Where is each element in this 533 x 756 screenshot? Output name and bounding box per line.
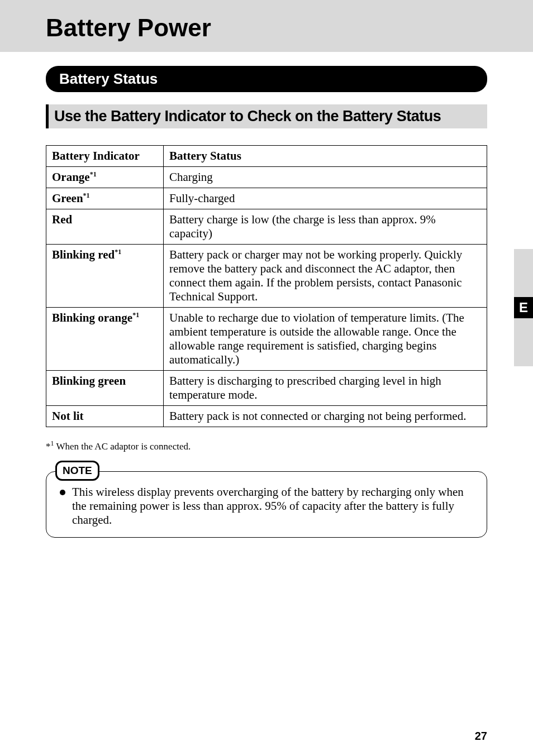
page-number: 27 — [475, 730, 487, 743]
note-text: This wireless display prevents overcharg… — [72, 485, 473, 527]
indicator-cell: Not lit — [46, 406, 164, 427]
page-title: Battery Power — [46, 14, 533, 42]
indicator-cell: Blinking red*1 — [46, 245, 164, 308]
note-box: NOTE This wireless display prevents over… — [46, 471, 487, 538]
status-cell: Battery charge is low (the charge is les… — [164, 209, 487, 245]
table-row: Blinking green Battery is discharging to… — [46, 371, 487, 406]
table-header-row: Battery Indicator Battery Status — [46, 146, 487, 167]
bullet-icon — [60, 490, 65, 495]
status-cell: Battery pack or charger may not be worki… — [164, 245, 487, 308]
sub-heading-bar: Use the Battery Indicator to Check on th… — [46, 104, 487, 128]
side-tab-letter: E — [514, 297, 533, 318]
header-status: Battery Status — [164, 146, 487, 167]
note-label: NOTE — [55, 461, 99, 481]
status-cell: Battery pack is not connected or chargin… — [164, 406, 487, 427]
table-row: Orange*1 Charging — [46, 167, 487, 188]
note-item: This wireless display prevents overcharg… — [60, 485, 473, 527]
header-indicator: Battery Indicator — [46, 146, 164, 167]
sub-heading: Use the Battery Indicator to Check on th… — [54, 108, 482, 125]
status-cell: Charging — [164, 167, 487, 188]
table-row: Red Battery charge is low (the charge is… — [46, 209, 487, 245]
side-tab: E — [514, 249, 533, 366]
indicator-cell: Green*1 — [46, 188, 164, 209]
indicator-cell: Blinking green — [46, 371, 164, 406]
footnote: *1 When the AC adaptor is connected. — [46, 439, 487, 452]
table-row: Not lit Battery pack is not connected or… — [46, 406, 487, 427]
indicator-cell: Red — [46, 209, 164, 245]
indicator-cell: Orange*1 — [46, 167, 164, 188]
battery-status-table: Battery Indicator Battery Status Orange*… — [46, 145, 487, 427]
indicator-cell: Blinking orange*1 — [46, 308, 164, 371]
section-heading: Battery Status — [46, 66, 487, 92]
table-row: Blinking red*1 Battery pack or charger m… — [46, 245, 487, 308]
content-area: Battery Status Use the Battery Indicator… — [0, 66, 533, 538]
header-bar: Battery Power — [0, 0, 533, 52]
table-row: Blinking orange*1 Unable to recharge due… — [46, 308, 487, 371]
status-cell: Fully-charged — [164, 188, 487, 209]
table-row: Green*1 Fully-charged — [46, 188, 487, 209]
status-cell: Battery is discharging to prescribed cha… — [164, 371, 487, 406]
status-cell: Unable to recharge due to violation of t… — [164, 308, 487, 371]
